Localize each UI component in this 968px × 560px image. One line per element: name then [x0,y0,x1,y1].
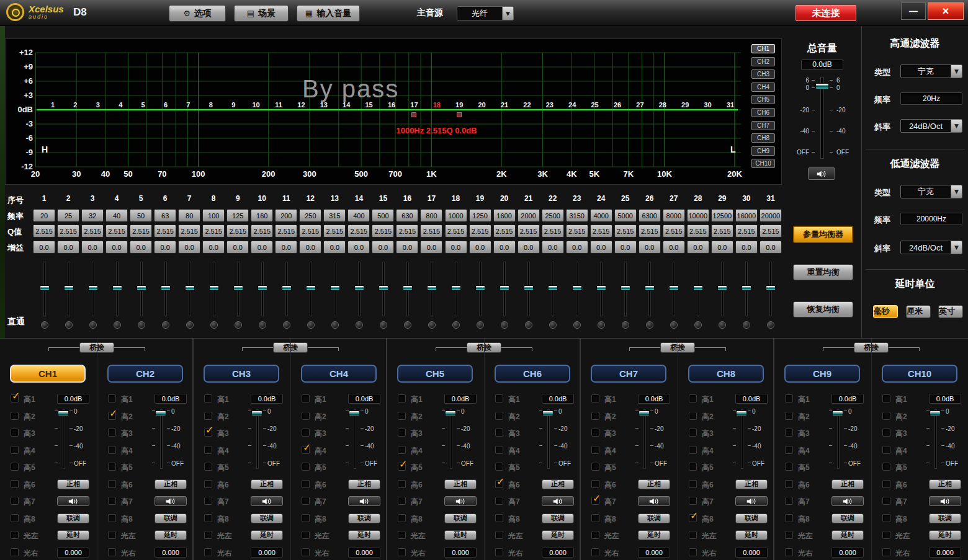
eq-slider-handle[interactable] [161,285,171,291]
eq-band-point[interactable]: 23 [544,101,556,109]
eq-band-point[interactable]: 20 [476,101,488,109]
lp-slope-select[interactable]: 24dB/Oct ▼ [900,241,962,254]
eq-slider-handle[interactable] [258,285,267,291]
input-checkbox[interactable] [302,429,310,437]
restore-eq-button[interactable]: 恢复均衡 [793,301,853,318]
input-checkbox[interactable] [882,463,890,471]
phase-button[interactable]: 正相 [735,479,768,489]
input-checkbox[interactable] [591,429,599,437]
input-checkbox[interactable] [882,394,890,402]
eq-band-point[interactable]: 7 [182,101,194,109]
input-checkbox[interactable] [591,394,599,402]
eq-band-point[interactable]: 28 [657,101,669,109]
eq-band-point[interactable]: 24 [566,101,578,109]
input-checkbox[interactable] [302,531,310,539]
channel-slider-track[interactable] [837,409,840,469]
channel-delay-display[interactable]: 0.000 [251,548,283,558]
channel-delay-display[interactable]: 0.000 [57,548,89,558]
reset-eq-button[interactable]: 重置均衡 [793,264,853,280]
eq-slider-handle[interactable] [621,285,630,291]
bypass-knob[interactable] [235,321,242,329]
phase-button[interactable]: 正相 [251,479,283,489]
input-checkbox[interactable] [785,514,793,522]
input-checkbox[interactable] [495,412,503,420]
graph-channel-button[interactable]: CH5 [751,95,775,104]
channel-gain-display[interactable]: 0.0dB [638,394,670,404]
graph-channel-button[interactable]: CH10 [751,159,775,168]
input-checkbox[interactable] [204,394,212,402]
input-checkbox[interactable]: ✓ [302,446,310,454]
input-checkbox[interactable]: ✓ [204,429,212,437]
channel-button[interactable]: CH2 [107,365,183,383]
graph-channel-button[interactable]: CH1 [751,44,775,53]
eq-slider-handle[interactable] [475,285,485,291]
channel-button[interactable]: CH6 [495,365,570,383]
phase-button[interactable]: 正相 [348,479,380,489]
eq-band-point[interactable]: 22 [521,101,533,109]
input-checkbox[interactable] [11,463,19,471]
link-button[interactable]: 联调 [57,513,89,523]
channel-mute-button[interactable] [638,496,670,506]
channel-button[interactable]: CH1 [10,365,86,383]
eq-slider-handle[interactable] [354,285,364,291]
lp-type-select[interactable]: 宁克 ▼ [900,185,962,198]
input-checkbox[interactable] [591,548,599,556]
channel-button[interactable]: CH3 [204,365,279,383]
input-checkbox[interactable] [398,497,406,505]
channel-delay-display[interactable]: 0.000 [542,548,574,558]
delay-button[interactable]: 延时 [444,530,477,540]
eq-band-point[interactable]: 2 [69,101,81,109]
eq-slider-handle[interactable] [596,285,606,291]
channel-mute-button[interactable] [155,496,187,506]
link-button[interactable]: 联调 [542,513,574,523]
hp-slope-select[interactable]: 24dB/Oct ▼ [900,119,962,133]
band-q-handle[interactable] [411,112,416,117]
eq-band-point[interactable]: 3 [92,101,104,109]
eq-slider-handle[interactable] [112,285,122,291]
delay-button[interactable]: 延时 [348,530,380,540]
input-checkbox[interactable] [591,531,599,539]
delay-unit-button[interactable]: 英寸 [938,305,963,318]
eq-slider-handle[interactable] [693,285,703,291]
input-checkbox[interactable] [398,514,406,522]
input-checkbox[interactable] [591,514,599,522]
eq-slider-handle[interactable] [282,285,292,291]
link-button[interactable]: 联调 [251,513,283,523]
bypass-knob[interactable] [307,321,315,329]
channel-gain-display[interactable]: 0.0dB [348,394,380,404]
channel-delay-display[interactable]: 0.000 [831,548,864,558]
master-mute-button[interactable] [808,167,835,180]
input-checkbox[interactable] [204,480,212,488]
input-checkbox[interactable] [689,480,697,488]
input-checkbox[interactable] [302,497,310,505]
input-checkbox[interactable]: ✓ [398,463,406,471]
bypass-knob[interactable] [404,321,411,329]
eq-slider-handle[interactable] [645,285,655,291]
channel-mute-button[interactable] [831,496,864,506]
input-checkbox[interactable] [302,548,310,556]
master-volume-display[interactable]: 0.0dB [801,60,843,70]
input-checkbox[interactable] [108,446,116,454]
channel-delay-display[interactable]: 0.000 [929,548,961,558]
eq-slider-handle[interactable] [40,285,50,291]
bypass-knob[interactable] [331,321,339,329]
input-volume-button[interactable]: ▦ 输入音量 [297,5,360,22]
connection-status-button[interactable]: 未连接 [795,5,856,21]
input-checkbox[interactable] [204,412,212,420]
input-checkbox[interactable] [689,497,697,505]
eq-band-point[interactable]: 6 [159,101,172,109]
lp-freq-input[interactable]: 20000Hz [900,213,962,225]
channel-button[interactable]: CH4 [301,365,377,383]
input-checkbox[interactable]: ✓ [689,514,697,522]
eq-slider-handle[interactable] [717,285,727,291]
input-checkbox[interactable]: ✓ [108,412,116,420]
eq-band-point[interactable]: 14 [340,101,352,109]
hp-freq-input[interactable]: 20Hz [900,92,962,105]
eq-slider-handle[interactable] [306,285,316,291]
input-checkbox[interactable] [11,497,19,505]
channel-delay-display[interactable]: 0.000 [735,548,768,558]
input-checkbox[interactable] [302,514,310,522]
input-checkbox[interactable] [785,446,793,454]
eq-band-point[interactable]: 17 [408,101,420,109]
phase-button[interactable]: 正相 [638,479,670,489]
